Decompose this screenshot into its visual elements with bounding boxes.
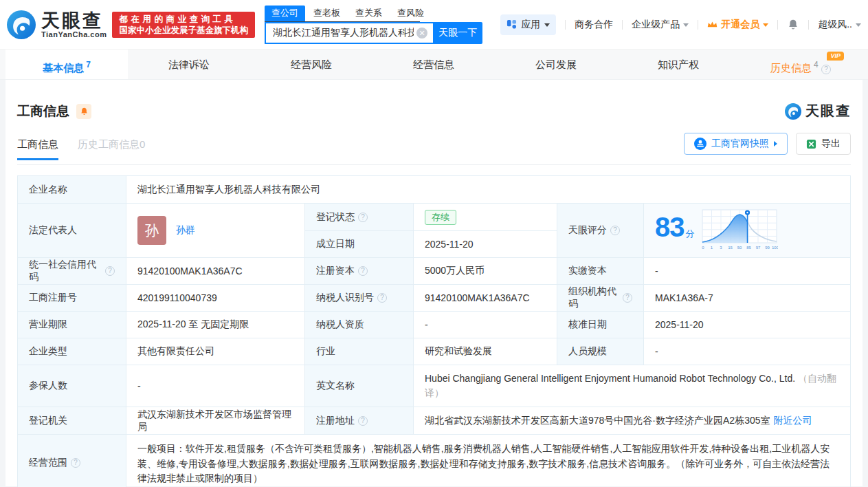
slogan-line2: 国家中小企业发展子基金旗下机构 (119, 25, 248, 36)
tab-history-info-count: 4 (814, 60, 819, 69)
search-tab-boss[interactable]: 查老板 (307, 6, 347, 21)
approval-date-value: 2025-11-20 (644, 312, 850, 338)
arrow-right-icon (774, 141, 777, 147)
search-tab-risk[interactable]: 查风险 (390, 6, 431, 21)
tianyancha-logo-icon (785, 103, 801, 120)
scope-label: 经营范围 (29, 457, 67, 469)
paid-capital-value: - (644, 258, 850, 285)
staff-size-value: - (644, 338, 850, 365)
business-info-card: 工商信息 天眼查 工商信息 历史工商信息0 (5, 80, 863, 486)
notification-bell[interactable] (787, 18, 799, 31)
taxpayer-id-label: 纳税人识别号 (316, 292, 374, 304)
svg-text:3: 3 (720, 246, 722, 250)
tab-history-info[interactable]: VIP 历史信息4 ? (739, 50, 862, 79)
field-label: 注册资本 ? (305, 258, 414, 285)
help-icon[interactable]: ? (358, 416, 368, 426)
avatar[interactable]: 孙 (137, 216, 166, 245)
tab-operation-info[interactable]: 经营信息 (372, 50, 495, 79)
tab-legal-cases[interactable]: 法律诉讼 (128, 50, 250, 79)
reg-authority-value: 武汉东湖新技术开发区市场监督管理局 (126, 407, 305, 435)
tianyancha-logo: 天眼查 TianYanCha.com (7, 10, 107, 39)
field-label: 组织机构代码 ? (557, 285, 644, 312)
establish-date-value: 2025-11-20 (414, 231, 557, 258)
nav-cooperation[interactable]: 商务合作 (575, 19, 613, 31)
svg-text:15: 15 (728, 246, 733, 250)
svg-text:0: 0 (702, 246, 704, 250)
search-tab-company[interactable]: 查公司 (265, 6, 305, 21)
tab-basic-info[interactable]: 基本信息7 (5, 50, 128, 79)
tianyancha-watermark: 天眼查 (785, 102, 851, 120)
svg-text:1: 1 (710, 246, 713, 250)
tab-history-info-label: 历史信息 (770, 62, 812, 74)
reg-status-cell: 存续 (414, 204, 557, 231)
svg-text:85: 85 (746, 246, 751, 250)
help-icon[interactable]: ? (377, 293, 387, 303)
industry-value: 研究和试验发展 (414, 338, 557, 365)
divider (777, 20, 778, 30)
help-icon[interactable]: ? (623, 293, 632, 303)
field-label: 工商注册号 (18, 285, 126, 312)
nav-enterprise-label: 企业级产品 (632, 19, 680, 31)
legal-rep-link[interactable]: 孙群 (176, 224, 195, 237)
search-tab-relation[interactable]: 查关系 (348, 6, 389, 21)
subtab-history-business-info[interactable]: 历史工商信息0 (78, 138, 145, 151)
company-name-value: 湖北长江通用智享人形机器人科技有限公司 (126, 176, 850, 204)
nav-apps[interactable]: 应用 (500, 14, 556, 35)
field-label: 天眼评分 ? (557, 204, 644, 258)
subscribe-bell[interactable] (76, 104, 91, 119)
nearby-companies-link[interactable]: 附近公司 (774, 415, 812, 427)
reg-capital-value: 5000万人民币 (414, 258, 557, 285)
field-label: 实缴资本 (557, 258, 644, 285)
crown-icon (707, 21, 717, 28)
field-label: 核准日期 (557, 312, 644, 338)
divider (698, 20, 698, 30)
excel-icon (806, 139, 816, 149)
field-label: 统一社会信用代码 ? (18, 258, 126, 285)
tianyancha-logo-icon (7, 10, 36, 39)
help-icon[interactable]: ? (610, 226, 620, 235)
help-icon[interactable]: ? (71, 458, 80, 468)
search-button[interactable]: 天眼一下 (433, 22, 482, 44)
official-snapshot-button[interactable]: 工商官网快照 (684, 133, 788, 155)
field-label: 纳税人资质 (305, 312, 414, 338)
export-label: 导出 (821, 138, 841, 150)
nav-enterprise[interactable]: 企业级产品 (632, 19, 689, 31)
vip-badge: VIP (827, 52, 844, 61)
divider (565, 20, 566, 30)
nav-apps-label: 应用 (521, 19, 540, 31)
export-button[interactable]: 导出 (796, 133, 851, 155)
field-label: 注册地址 ? (305, 407, 414, 435)
site-header: 天眼查 TianYanCha.com 都在用的商业查询工具 国家中小企业发展子基… (0, 0, 868, 50)
score-value: 83分 (655, 213, 694, 248)
logo-domain: TianYanCha.com (41, 30, 107, 39)
search-input[interactable] (265, 22, 433, 44)
help-icon[interactable]: ? (358, 266, 368, 276)
divider (622, 20, 623, 30)
company-type-value: 其他有限责任公司 (126, 338, 305, 365)
subtab-business-info[interactable]: 工商信息 (17, 138, 58, 151)
chevron-down-icon (544, 23, 550, 27)
field-label: 企业名称 (18, 176, 126, 204)
taxpayer-quality-value: - (414, 312, 557, 338)
nav-super-risk[interactable]: 超级风.. (818, 19, 861, 31)
help-icon[interactable]: ? (358, 213, 368, 222)
chevron-down-icon (763, 23, 768, 27)
score-cell: 83分 (644, 204, 850, 258)
tab-company-development[interactable]: 公司发展 (495, 50, 617, 79)
field-label: 登记机关 (18, 407, 126, 435)
help-icon[interactable]: ? (105, 266, 115, 276)
business-info-table: 企业名称 湖北长江通用智享人形机器人科技有限公司 法定代表人 孙 孙群 登记状态… (17, 175, 851, 487)
nav-vip-label: 开通会员 (721, 19, 759, 31)
field-label: 参保人数 (18, 365, 126, 407)
address-label: 注册地址 (316, 415, 355, 427)
nav-open-vip[interactable]: 开通会员 (707, 19, 768, 31)
field-label: 行业 (305, 338, 414, 365)
field-label: 经营范围 ? (18, 435, 126, 487)
tab-operation-risk[interactable]: 经营风险 (250, 50, 372, 79)
help-icon[interactable]: ? (821, 65, 831, 74)
slogan-line1: 都在用的商业查询工具 (119, 14, 248, 25)
seal-icon (694, 138, 706, 150)
tab-intellectual-property[interactable]: 知识产权 (617, 50, 739, 79)
chevron-down-icon (856, 23, 861, 27)
clear-icon[interactable]: ✕ (416, 28, 427, 39)
